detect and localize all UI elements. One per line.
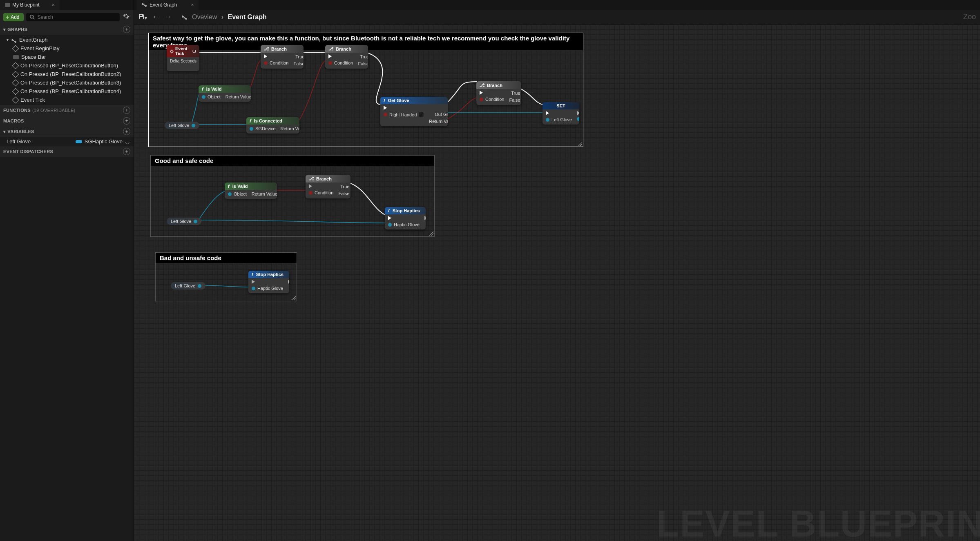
zoom-label: Zoo: [963, 13, 976, 21]
node-get-glove[interactable]: fGet Glove Right Handed Out Glove Return…: [380, 97, 448, 126]
node-event-tick[interactable]: ◇Event Tick▢ Delta Seconds: [167, 45, 199, 71]
graph-canvas[interactable]: LEVEL BLUEPRIN: [134, 24, 980, 541]
save-button[interactable]: ▾: [138, 13, 147, 21]
add-dispatcher-button[interactable]: +: [123, 148, 130, 155]
node-is-valid[interactable]: fIs Valid Object Return Value: [225, 183, 277, 199]
search-input[interactable]: [38, 14, 116, 20]
graph-icon: [181, 15, 187, 19]
watermark: LEVEL BLUEPRIN: [657, 503, 980, 541]
breadcrumb-current: Event Graph: [228, 13, 267, 20]
event-icon: [12, 71, 19, 78]
left-tabbar: My Blueprint ×: [0, 0, 134, 10]
variable-name: Left Glove: [7, 138, 31, 145]
event-icon: [12, 45, 19, 52]
breadcrumb-parent[interactable]: Oveview: [192, 13, 217, 20]
add-variable-button[interactable]: +: [123, 128, 130, 135]
condition-pin[interactable]: Condition: [264, 60, 288, 65]
add-label: Add: [11, 14, 19, 20]
section-functions[interactable]: FUNCTIONS(19 OVERRIDABLE) +: [0, 105, 134, 116]
node-branch[interactable]: ⎇Branch Condition True False: [306, 175, 350, 198]
blueprint-icon: [5, 3, 10, 7]
key-icon: [13, 55, 19, 59]
search-icon: [29, 14, 35, 20]
search-input-wrap[interactable]: [26, 13, 120, 21]
event-icon: [12, 79, 19, 86]
graph-item[interactable]: Space Bar: [0, 53, 134, 61]
resize-grip[interactable]: [292, 296, 296, 300]
section-variables[interactable]: ▾VARIABLES +: [0, 126, 134, 137]
graph-toolbar: ▾ ← → Oveview › Event Graph Zoo: [134, 10, 980, 24]
graph-tabbar: Event Graph ×: [134, 0, 980, 10]
my-blueprint-panel: My Blueprint × + Add ▾GRAPHS + ▾ E: [0, 0, 134, 541]
false-pin[interactable]: False: [293, 61, 304, 66]
add-function-button[interactable]: +: [123, 107, 130, 114]
close-icon[interactable]: ×: [191, 2, 194, 8]
graph-item[interactable]: Event BeginPlay: [0, 44, 134, 53]
nav-back-button[interactable]: ←: [152, 13, 159, 21]
checkbox[interactable]: [419, 112, 424, 117]
close-icon[interactable]: ×: [52, 2, 55, 8]
section-graphs[interactable]: ▾GRAPHS +: [0, 24, 134, 35]
graph-item[interactable]: On Pressed (BP_ResetCalibrationButton): [0, 61, 134, 70]
event-icon: [12, 96, 19, 103]
add-graph-button[interactable]: +: [123, 26, 130, 33]
breadcrumb: Oveview › Event Graph: [192, 13, 267, 21]
node-branch[interactable]: ⎇Branch Condition True False: [476, 81, 521, 105]
node-set[interactable]: SET Left Glove: [542, 102, 579, 125]
event-icon: [12, 88, 19, 95]
variable-row[interactable]: Left Glove SGHaptic Glove ◡: [0, 137, 134, 146]
var-node-left-glove[interactable]: Left Glove: [165, 122, 199, 129]
settings-button[interactable]: [122, 12, 130, 22]
node-branch[interactable]: ⎇Branch Condition True False: [261, 45, 304, 69]
graphs-tree: ▾ EventGraph Event BeginPlay Space Bar O…: [0, 35, 134, 105]
node-branch[interactable]: ⎇Branch Condition True False: [325, 45, 368, 69]
true-pin[interactable]: True: [293, 54, 304, 59]
tab-my-blueprint[interactable]: My Blueprint ×: [0, 0, 60, 10]
left-toolbar: + Add: [0, 10, 134, 24]
variable-type: SGHaptic Glove: [85, 138, 123, 145]
nav-forward-button[interactable]: →: [164, 13, 172, 21]
node-stop-haptics[interactable]: fStop Haptics Haptic Glove: [248, 271, 289, 293]
add-macro-button[interactable]: +: [123, 117, 130, 125]
graph-item[interactable]: On Pressed (BP_ResetCalibrationButton2): [0, 70, 134, 78]
graph-root[interactable]: ▾ EventGraph: [0, 36, 134, 44]
plus-icon: +: [6, 14, 9, 20]
type-pill-icon: [76, 140, 82, 143]
var-node-left-glove[interactable]: Left Glove: [167, 218, 201, 225]
resize-grip[interactable]: [578, 142, 582, 146]
node-stop-haptics[interactable]: fStop Haptics Haptic Glove: [385, 207, 426, 229]
visibility-icon[interactable]: ◡: [125, 138, 129, 145]
exec-in-pin[interactable]: [264, 54, 288, 58]
section-macros[interactable]: MACROS +: [0, 116, 134, 126]
gear-icon: [123, 13, 129, 20]
comment-title[interactable]: Bad and unsafe code: [156, 253, 297, 263]
graph-panel: Event Graph × ▾ ← → Oveview › Event Grap…: [134, 0, 980, 541]
add-button[interactable]: + Add: [3, 13, 24, 21]
comment-title[interactable]: Good and safe code: [151, 156, 434, 166]
graph-item[interactable]: On Pressed (BP_ResetCalibrationButton4): [0, 87, 134, 96]
event-icon: [12, 62, 19, 69]
graph-icon: [11, 38, 17, 42]
resize-grip[interactable]: [429, 232, 433, 236]
graph-icon: [141, 2, 147, 7]
node-is-connected[interactable]: fIs Connected SGDevice Return Value: [246, 117, 299, 134]
node-is-valid[interactable]: fIs Valid Object Return Value: [199, 85, 251, 102]
tab-label: My Blueprint: [12, 2, 40, 8]
var-node-left-glove[interactable]: Left Glove: [171, 282, 205, 289]
tab-event-graph[interactable]: Event Graph ×: [136, 0, 199, 10]
section-dispatchers[interactable]: EVENT DISPATCHERS +: [0, 146, 134, 157]
graph-item[interactable]: On Pressed (BP_ResetCalibrationButton3): [0, 78, 134, 87]
graph-item[interactable]: Event Tick: [0, 96, 134, 104]
